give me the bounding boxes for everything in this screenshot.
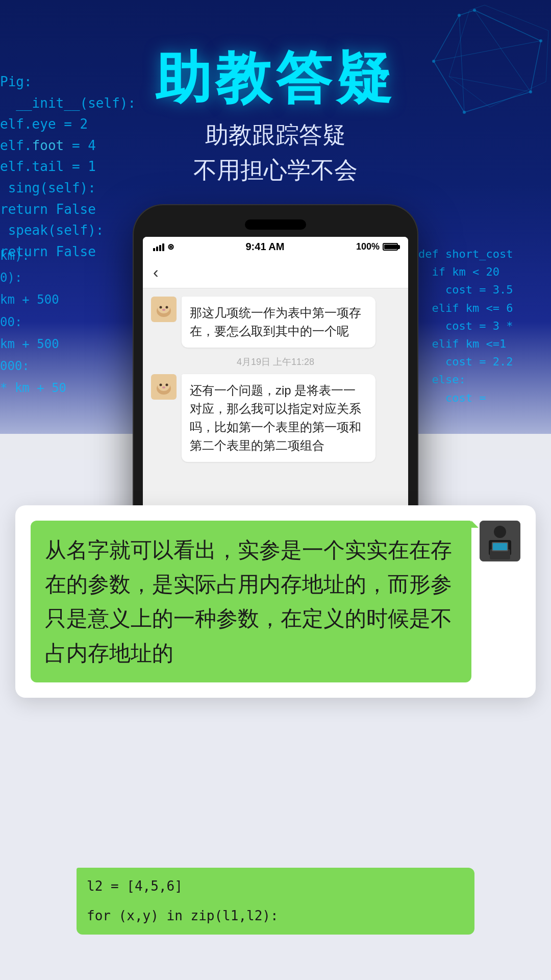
status-bar: ⊛ 9:41 AM 100% <box>143 237 408 257</box>
code-bubble: l2 = [4,5,6] for (x,y) in zip(l1,l2): <box>77 868 474 935</box>
svg-point-26 <box>166 384 168 386</box>
subtitle-section: 助教跟踪答疑 不用担心学不会 <box>0 117 551 188</box>
signal-bar-3 <box>159 245 161 251</box>
bottom-code-area: l2 = [4,5,6] for (x,y) in zip(l1,l2): <box>77 868 474 935</box>
back-button[interactable]: ‹ <box>153 263 159 282</box>
teacher-reply: 从名字就可以看出，实参是一个实实在在存在的参数，是实际占用内存地址的，而形参只是… <box>31 521 520 682</box>
signal-bar-4 <box>162 243 164 251</box>
svg-rect-33 <box>493 543 507 550</box>
signal-bars <box>153 243 164 251</box>
teacher-avatar <box>480 521 520 561</box>
wifi-icon: ⊛ <box>167 242 174 252</box>
code-background-right: def short_cost if km < 20 cost = 3.5 eli… <box>418 245 551 407</box>
svg-point-6 <box>473 9 476 12</box>
svg-point-11 <box>458 14 461 17</box>
svg-point-27 <box>162 386 165 388</box>
code-background-left-bottom: km): 0): km + 500 00: km + 500 000: * km… <box>0 245 112 399</box>
svg-point-29 <box>494 526 506 538</box>
battery-fill <box>384 244 397 249</box>
signal-bar-1 <box>153 248 155 251</box>
user-avatar-1 <box>151 297 177 322</box>
svg-point-22 <box>158 380 170 391</box>
code-line-1: l2 = [4,5,6] <box>87 876 464 897</box>
phone-notch <box>245 219 306 230</box>
svg-point-18 <box>166 306 168 309</box>
svg-point-14 <box>158 302 170 313</box>
chat-timestamp: 4月19日 上午11:28 <box>151 356 400 368</box>
svg-point-25 <box>160 384 162 386</box>
signal-bar-2 <box>156 247 158 251</box>
bubble-partial-2: 还有一个问题，zip 是将表一一对应，那么我可以指定对应关系吗，比如第一个表里的… <box>182 374 375 462</box>
svg-point-17 <box>160 306 162 309</box>
user-avatar-2 <box>151 374 177 400</box>
phone-notch-area <box>143 214 408 235</box>
teacher-bubble: 从名字就可以看出，实参是一个实实在在存在的参数，是实际占用内存地址的，而形参只是… <box>31 521 471 682</box>
page-title: 助教答疑 <box>0 41 551 117</box>
teacher-reply-container: 从名字就可以看出，实参是一个实实在在存在的参数，是实际占用内存地址的，而形参只是… <box>15 505 536 698</box>
battery-percent: 100% <box>356 241 380 252</box>
teacher-reply-text: 从名字就可以看出，实参是一个实实在在存在的参数，是实际占用内存地址的，而形参只是… <box>45 538 452 665</box>
subtitle-line1: 助教跟踪答疑 <box>0 117 551 153</box>
chat-area: 那这几项统一作为表中第一项存在，要怎么取到其中的一个呢 4月19日 上午11:2… <box>143 288 408 470</box>
svg-point-19 <box>162 309 165 311</box>
bubble-received-1: 那这几项统一作为表中第一项存在，要怎么取到其中的一个呢 <box>182 297 375 348</box>
subtitle-line2: 不用担心学不会 <box>0 153 551 188</box>
message-1: 那这几项统一作为表中第一项存在，要怎么取到其中的一个呢 <box>151 297 400 348</box>
status-left: ⊛ <box>153 242 174 252</box>
nav-bar: ‹ <box>143 257 408 288</box>
main-title-section: 助教答疑 <box>0 41 551 117</box>
code-line-2 <box>87 897 464 905</box>
battery-icon <box>383 243 398 251</box>
status-time: 9:41 AM <box>246 241 285 253</box>
message-2: 还有一个问题，zip 是将表一一对应，那么我可以指定对应关系吗，比如第一个表里的… <box>151 374 400 462</box>
code-line-3: for (x,y) in zip(l1,l2): <box>87 905 464 927</box>
message-text-1: 那这几项统一作为表中第一项存在，要怎么取到其中的一个呢 <box>190 306 361 338</box>
message-text-2: 还有一个问题，zip 是将表一一对应，那么我可以指定对应关系吗，比如第一个表里的… <box>190 383 361 452</box>
status-right: 100% <box>356 241 398 252</box>
